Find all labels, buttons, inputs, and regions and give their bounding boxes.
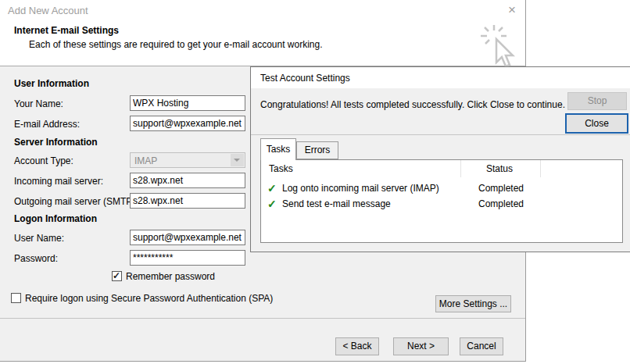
check-icon: ✓ (267, 182, 277, 194)
email-address-label: E-mail Address: (14, 119, 80, 130)
check-icon: ✓ (113, 270, 120, 281)
check-icon: ✓ (267, 198, 277, 210)
spa-checkbox[interactable] (11, 293, 21, 303)
column-divider (540, 160, 541, 177)
incoming-server-label: Incoming mail server: (14, 176, 103, 187)
next-button[interactable]: Next > (393, 337, 449, 355)
test-dialog-titlebar: Test Account Settings (251, 67, 630, 88)
tasks-listview: Tasks Status ✓ Log onto incoming mail se… (260, 159, 623, 243)
user-name-input[interactable] (130, 230, 245, 245)
user-name-label: User Name: (14, 233, 64, 244)
your-name-label: Your Name: (14, 98, 63, 109)
footer-divider (0, 318, 525, 319)
column-header-tasks[interactable]: Tasks (269, 163, 293, 174)
remember-password-label: Remember password (126, 271, 215, 282)
column-header-status[interactable]: Status (486, 163, 513, 174)
your-name-input[interactable] (130, 95, 245, 111)
account-type-dropdown: IMAP (130, 152, 245, 168)
column-divider (460, 160, 461, 177)
cancel-button[interactable]: Cancel (460, 337, 503, 355)
tab-errors[interactable]: Errors (296, 141, 338, 159)
account-type-label: Account Type: (14, 155, 73, 166)
outgoing-server-label: Outgoing mail server (SMTP): (14, 196, 138, 207)
incoming-server-input[interactable] (130, 173, 245, 188)
password-label: Password: (14, 253, 58, 264)
test-account-settings-dialog: Test Account Settings Congratulations! A… (250, 66, 630, 252)
more-settings-button[interactable]: More Settings ... (435, 295, 511, 312)
task-status: Completed (478, 198, 524, 209)
task-name: Send test e-mail message (282, 198, 391, 209)
stop-button: Stop (567, 92, 627, 110)
chevron-down-icon (231, 154, 244, 166)
spa-label: Require logon using Secure Password Auth… (25, 293, 273, 304)
page-title: Internet E-mail Settings (14, 25, 119, 36)
back-button[interactable]: < Back (335, 337, 379, 355)
test-dialog-title: Test Account Settings (260, 73, 350, 84)
task-status: Completed (478, 183, 524, 194)
wizard-header: Add New Account × Internet E-mail Settin… (0, 0, 525, 66)
account-type-value: IMAP (134, 155, 157, 166)
section-user-information: User Information (14, 78, 89, 89)
close-icon[interactable]: × (503, 2, 521, 19)
task-name: Log onto incoming mail server (IMAP) (282, 183, 439, 194)
outgoing-server-input[interactable] (130, 193, 245, 209)
task-row[interactable]: ✓ Log onto incoming mail server (IMAP) C… (261, 182, 622, 196)
busy-cursor-icon (477, 20, 524, 70)
section-logon-information: Logon Information (14, 213, 97, 224)
page-subtitle: Each of these settings are required to g… (29, 39, 323, 50)
window-title: Add New Account (8, 5, 88, 16)
test-dialog-divider (251, 134, 630, 135)
screen: Add New Account × Internet E-mail Settin… (0, 0, 630, 364)
tab-tasks[interactable]: Tasks (260, 138, 296, 160)
remember-password-checkbox[interactable]: ✓ (112, 271, 122, 281)
close-button[interactable]: Close (565, 113, 628, 134)
email-address-input[interactable] (130, 116, 245, 131)
task-row[interactable]: ✓ Send test e-mail message Completed (261, 198, 622, 212)
test-result-message: Congratulations! All tests completed suc… (260, 99, 565, 110)
password-input[interactable] (130, 250, 245, 266)
section-server-information: Server Information (14, 137, 98, 148)
